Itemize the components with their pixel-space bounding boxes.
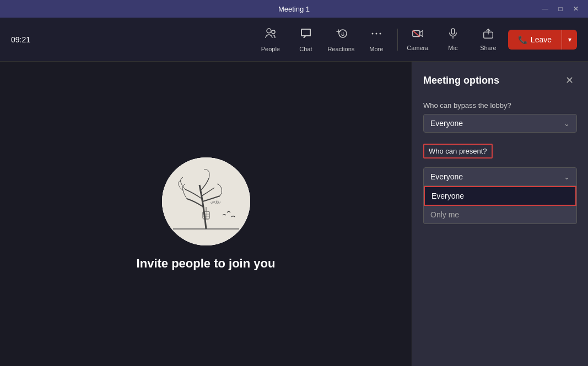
mic-button[interactable]: Mic bbox=[438, 21, 468, 58]
svg-point-5 bbox=[343, 32, 344, 34]
toolbar: 09:21 People Ch bbox=[0, 18, 588, 62]
more-button[interactable]: More bbox=[360, 21, 393, 58]
time-display: 09:21 bbox=[0, 35, 44, 44]
leave-dropdown-button[interactable]: ▾ bbox=[562, 30, 577, 50]
people-icon bbox=[264, 27, 277, 43]
minimize-button[interactable]: — bbox=[540, 3, 551, 14]
leave-button[interactable]: 📞 Leave bbox=[508, 30, 562, 50]
close-button[interactable]: ✕ bbox=[570, 3, 581, 14]
leave-phone-icon: 📞 bbox=[518, 35, 527, 44]
camera-label: Camera bbox=[407, 45, 428, 51]
present-select[interactable]: Everyone ⌄ bbox=[423, 167, 577, 186]
lobby-label: Who can bypass the lobby? bbox=[423, 101, 577, 110]
toolbar-divider bbox=[397, 29, 398, 51]
dropdown-item-everyone[interactable]: Everyone bbox=[424, 186, 576, 206]
mic-label: Mic bbox=[448, 45, 457, 51]
avatar: رؤۆس bbox=[162, 157, 250, 245]
chat-button[interactable]: Chat bbox=[289, 21, 322, 58]
title-bar: Meeting 1 — □ ✕ bbox=[0, 0, 588, 18]
panel-title: Meeting options bbox=[423, 75, 499, 86]
reactions-icon bbox=[335, 27, 348, 43]
lobby-value: Everyone bbox=[430, 119, 463, 128]
svg-rect-14 bbox=[162, 157, 250, 245]
window-controls: — □ ✕ bbox=[540, 3, 581, 14]
panel-header: Meeting options ✕ bbox=[423, 73, 577, 88]
toolbar-center-buttons: People Chat bbox=[254, 21, 393, 58]
dropdown-item-only-me[interactable]: Only me bbox=[424, 206, 576, 223]
reactions-label: Reactions bbox=[327, 46, 354, 52]
present-option-section: Who can present? Everyone ⌄ Everyone Onl… bbox=[423, 144, 577, 224]
svg-line-10 bbox=[413, 31, 420, 37]
leave-label: Leave bbox=[531, 35, 552, 44]
only-me-option-label: Only me bbox=[430, 210, 459, 219]
toolbar-right-buttons: Camera Mic Share 📞 bbox=[402, 21, 588, 58]
lobby-chevron-icon: ⌄ bbox=[564, 119, 570, 128]
svg-point-4 bbox=[342, 32, 343, 34]
video-area: رؤۆس Invite people to join you bbox=[0, 62, 412, 366]
present-label: Who can present? bbox=[423, 144, 493, 159]
people-button[interactable]: People bbox=[254, 21, 287, 58]
svg-point-1 bbox=[272, 30, 275, 34]
lobby-option-section: Who can bypass the lobby? Everyone ⌄ bbox=[423, 101, 577, 133]
people-label: People bbox=[261, 46, 280, 52]
share-icon bbox=[482, 28, 494, 42]
close-icon: ✕ bbox=[565, 74, 574, 86]
svg-point-0 bbox=[267, 29, 271, 33]
more-label: More bbox=[369, 46, 383, 52]
svg-point-6 bbox=[371, 32, 373, 34]
lobby-select[interactable]: Everyone ⌄ bbox=[423, 114, 577, 133]
everyone-option-label: Everyone bbox=[431, 192, 464, 200]
window-title: Meeting 1 bbox=[278, 5, 310, 13]
share-button[interactable]: Share bbox=[473, 21, 504, 58]
panel-close-button[interactable]: ✕ bbox=[562, 73, 577, 88]
svg-point-3 bbox=[339, 30, 347, 37]
chat-label: Chat bbox=[299, 46, 312, 52]
svg-rect-2 bbox=[301, 29, 310, 36]
svg-rect-11 bbox=[451, 29, 455, 34]
svg-text:رؤۆس: رؤۆس bbox=[211, 199, 220, 204]
camera-button[interactable]: Camera bbox=[402, 21, 433, 58]
present-dropdown-container: Everyone ⌄ Everyone Only me bbox=[423, 167, 577, 224]
present-chevron-icon: ⌄ bbox=[564, 173, 570, 181]
leave-chevron-icon: ▾ bbox=[568, 36, 571, 43]
meeting-options-panel: Meeting options ✕ Who can bypass the lob… bbox=[412, 62, 588, 366]
invite-text: Invite people to join you bbox=[137, 256, 276, 271]
main-content: رؤۆس Invite people to join you Meeting o… bbox=[0, 62, 588, 366]
mic-icon bbox=[447, 28, 459, 42]
maximize-button[interactable]: □ bbox=[555, 3, 566, 14]
chat-icon bbox=[299, 27, 312, 43]
more-icon bbox=[370, 27, 383, 43]
avatar-image: رؤۆس bbox=[162, 157, 250, 245]
svg-point-7 bbox=[375, 32, 377, 34]
reactions-button[interactable]: Reactions bbox=[325, 21, 358, 58]
svg-point-8 bbox=[379, 32, 381, 34]
camera-icon bbox=[412, 28, 424, 42]
present-dropdown-menu: Everyone Only me bbox=[423, 186, 577, 224]
present-value: Everyone bbox=[430, 172, 463, 181]
share-label: Share bbox=[480, 45, 496, 51]
leave-button-group: 📞 Leave ▾ bbox=[508, 30, 577, 50]
